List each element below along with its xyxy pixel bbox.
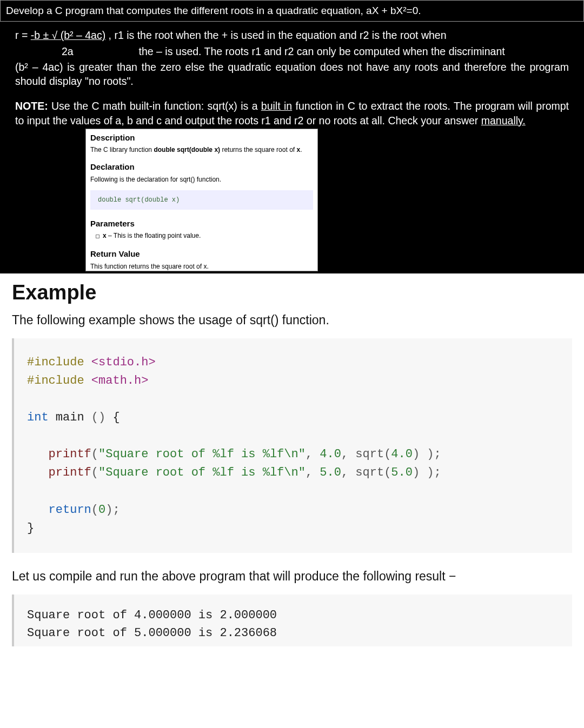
formula-line1-text: , r1 is the root when the + is used in t… [105, 29, 446, 41]
code-l6-num1: 4.0 [320, 448, 341, 461]
code-l6-sqrt: , sqrt( [341, 448, 391, 461]
output-block: Square root of 4.000000 is 2.000000 Squa… [12, 595, 572, 646]
doc-description-heading: Description [86, 129, 317, 144]
output-line-1: Square root of 4.000000 is 2.000000 [27, 609, 277, 622]
code-l1-header: <stdio.h> [84, 356, 156, 369]
formula-line-2: 2a the – is used. The roots r1 and r2 ca… [15, 44, 569, 58]
formula-line2-text: the – is used. The roots r1 and r2 can o… [139, 45, 505, 57]
code-l6-num2: 4.0 [391, 448, 413, 461]
result-intro: Let us compile and run the above program… [12, 569, 572, 584]
code-l2-include: #include [27, 374, 84, 388]
formula-numerator: -b ± √ (b² – 4ac) [31, 29, 105, 41]
code-l6-open: ( [91, 448, 98, 461]
doc-declaration-text: Following is the declaration for sqrt() … [86, 174, 317, 188]
doc-param-x: x [103, 232, 107, 239]
note-manually: manually. [481, 113, 526, 128]
code-l9-zero: 0 [98, 503, 105, 517]
formula-denominator: 2a [62, 45, 74, 57]
code-l9-close: ); [105, 503, 120, 517]
doc-desc-pre: The C library function [90, 146, 154, 153]
doc-desc-post: returns the square root of [220, 146, 296, 153]
doc-desc-signature: double sqrt(double x) [154, 146, 220, 153]
code-l10-brace: } [27, 522, 34, 535]
example-heading: Example [12, 281, 572, 304]
doc-parameters-heading: Parameters [86, 215, 317, 230]
doc-return-text: This function returns the square root of… [86, 261, 317, 271]
problem-title: Develop a C program that computes the di… [0, 0, 584, 22]
problem-body: r = -b ± √ (b² – 4ac) , r1 is the root w… [0, 22, 584, 273]
code-l7-sqrt: , sqrt( [341, 466, 391, 479]
problem-statement: Develop a C program that computes the di… [0, 0, 584, 273]
code-l4-brace: { [105, 411, 120, 424]
doc-description-text: The C library function double sqrt(doubl… [86, 144, 317, 158]
code-l7-printf: printf [27, 466, 91, 479]
note-label: NOTE: [15, 100, 48, 112]
formula-lhs: r = [15, 29, 31, 41]
code-l6-close: ) ); [413, 448, 441, 461]
code-l7-string: "Square root of %lf is %lf\n" [98, 466, 306, 479]
code-l9-return: return [27, 503, 91, 517]
formula-line-1: r = -b ± √ (b² – 4ac) , r1 is the root w… [15, 28, 569, 42]
code-l7-num2: 5.0 [391, 466, 413, 479]
doc-declaration-code: double sqrt(double x) [90, 190, 313, 210]
code-l6-string: "Square root of %lf is %lf\n" [98, 448, 306, 461]
note-builtin: built in [261, 100, 292, 112]
example-section: Example The following example shows the … [0, 273, 584, 652]
doc-param-text: – This is the floating point value. [107, 232, 201, 239]
code-l4-int: int [27, 411, 49, 424]
code-l6-printf: printf [27, 448, 91, 461]
code-l9-open: ( [91, 503, 98, 517]
code-l6-comma1: , [306, 448, 320, 461]
bullet-icon [96, 235, 99, 238]
code-l1-include: #include [27, 356, 84, 369]
note-paragraph: NOTE: Use the C math built-in function: … [15, 99, 569, 128]
code-l7-open: ( [91, 466, 98, 479]
code-l7-num1: 5.0 [320, 466, 341, 479]
code-l4-parens: () [91, 411, 105, 424]
code-l7-comma1: , [306, 466, 320, 479]
code-l2-header: <math.h> [84, 374, 149, 388]
note-text-1: Use the C math built-in function: sqrt(x… [48, 100, 261, 112]
doc-return-heading: Return Value [86, 245, 317, 261]
doc-declaration-heading: Declaration [86, 158, 317, 173]
doc-desc-dot: . [300, 146, 302, 153]
code-l7-close: ) ); [413, 466, 441, 479]
sqrt-doc-box: Description The C library function doubl… [85, 129, 318, 271]
example-intro: The following example shows the usage of… [12, 313, 572, 328]
discriminant-paragraph: (b² – 4ac) is greater than the zero else… [15, 60, 569, 89]
doc-parameter-item: x – This is the floating point value. [86, 230, 317, 245]
output-line-2: Square root of 5.000000 is 2.236068 [27, 626, 277, 640]
example-code-block: #include <stdio.h> #include <math.h> int… [12, 338, 572, 553]
code-l4-main: main [49, 411, 91, 424]
